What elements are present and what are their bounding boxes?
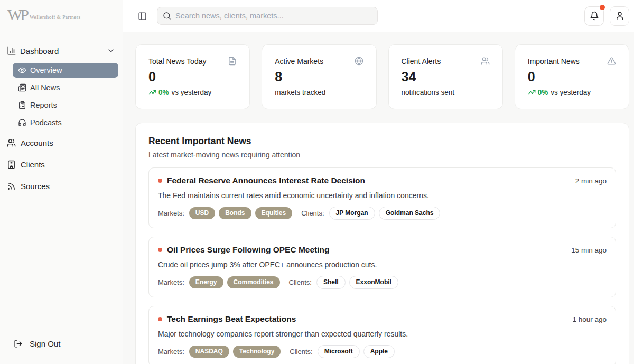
brand-logo: WP (7, 7, 27, 23)
eye-icon (18, 66, 26, 74)
recent-news-section: Recent Important News Latest market-movi… (135, 123, 629, 364)
market-tag: USD (189, 207, 215, 219)
stat-value: 8 (275, 70, 363, 85)
trend-value: 0% (158, 88, 169, 96)
news-tags: Markets: NASDAQ Technology Clients: Micr… (158, 345, 607, 358)
user-icon (615, 11, 624, 21)
client-tag: ExxonMobil (349, 276, 398, 289)
trending-up-icon (148, 88, 156, 96)
search-icon (163, 12, 171, 20)
sidebar-item-label: Accounts (21, 138, 53, 147)
sidebar-item-overview[interactable]: Overview (13, 63, 118, 78)
news-timestamp: 15 min ago (571, 246, 607, 254)
stat-value: 0 (528, 70, 616, 85)
news-title: Oil Prices Surge Following OPEC Meeting (167, 245, 329, 255)
log-out-icon (14, 339, 23, 348)
alert-triangle-icon (607, 57, 616, 66)
section-subtitle: Latest market-moving news requiring atte… (148, 151, 616, 159)
sidebar-main-nav: Accounts Clients Sources (4, 135, 118, 194)
clipboard-icon (18, 101, 26, 109)
market-tag: Bonds (219, 207, 251, 219)
search-input[interactable] (175, 12, 372, 20)
news-tags: Markets: USD Bonds Equities Clients: JP … (158, 207, 607, 220)
notification-dot (600, 5, 605, 10)
market-tag: Technology (233, 346, 281, 358)
search-box (157, 7, 378, 25)
brand-name: Wellershoff & Partners (30, 15, 81, 20)
stat-title: Client Alerts (402, 57, 441, 66)
stat-card-total-news: Total News Today 0 0% vs yesterday (135, 44, 250, 109)
users-icon (7, 138, 16, 147)
client-tag: Microsoft (318, 345, 360, 358)
client-tag: Shell (316, 276, 346, 289)
market-tag: Commodities (227, 276, 280, 288)
alert-dot-icon (158, 317, 162, 321)
client-tag: Apple (363, 345, 395, 358)
brand: WP Wellershoff & Partners (0, 0, 123, 30)
building-icon (7, 160, 16, 169)
sidebar-group-dashboard[interactable]: Dashboard (4, 43, 118, 59)
trend-indicator: 0% (528, 88, 548, 96)
alert-dot-icon (158, 248, 162, 252)
news-card[interactable]: Federal Reserve Announces Interest Rate … (148, 167, 616, 228)
stat-title: Total News Today (148, 57, 206, 66)
topbar-actions (584, 6, 629, 26)
sidebar: WP Wellershoff & Partners Dashboard Over… (0, 0, 123, 364)
stat-value: 0 (148, 70, 237, 85)
market-tag: Energy (189, 276, 223, 288)
dashboard-subnav: Overview All News Reports Podcasts (13, 63, 118, 130)
market-tag: NASDAQ (189, 346, 229, 358)
sidebar-item-all-news[interactable]: All News (13, 80, 118, 95)
stat-card-client-alerts: Client Alerts 34 notifications sent (388, 44, 503, 109)
stat-card-important-news: Important News 0 0% vs yesterday (515, 44, 629, 109)
users-icon (481, 57, 490, 66)
alert-dot-icon (158, 179, 162, 183)
stat-title: Active Markets (275, 57, 323, 66)
sidebar-item-label: Sources (21, 182, 50, 191)
news-timestamp: 1 hour ago (572, 315, 607, 323)
sidebar-toggle-button[interactable] (138, 12, 147, 21)
sidebar-item-label: Podcasts (30, 118, 62, 127)
news-title: Tech Earnings Beat Expectations (167, 314, 296, 324)
clients-label: Clients: (289, 278, 312, 286)
stats-row: Total News Today 0 0% vs yesterday (135, 44, 629, 109)
sidebar-item-label: Clients (21, 160, 45, 169)
sidebar-item-clients[interactable]: Clients (4, 157, 118, 172)
sidebar-item-label: Overview (30, 66, 62, 74)
stat-suffix: notifications sent (402, 88, 455, 96)
trend-indicator: 0% (148, 88, 169, 96)
newspaper-icon (18, 83, 26, 92)
news-description: The Fed maintains current rates amid eco… (158, 191, 607, 200)
trend-value: 0% (538, 88, 548, 96)
news-description: Major technology companies report strong… (158, 330, 607, 338)
client-tag: JP Morgan (329, 207, 375, 220)
chevron-down-icon (107, 46, 115, 55)
sidebar-nav: Dashboard Overview All News (0, 30, 123, 326)
clients-label: Clients: (290, 348, 312, 356)
sidebar-item-sources[interactable]: Sources (4, 179, 118, 194)
news-card[interactable]: Tech Earnings Beat Expectations 1 hour a… (148, 306, 616, 364)
stat-value: 34 (402, 70, 490, 85)
sidebar-item-label: Reports (30, 101, 57, 109)
stat-suffix: vs yesterday (172, 88, 212, 96)
markets-label: Markets: (158, 348, 184, 356)
sidebar-item-reports[interactable]: Reports (13, 98, 118, 113)
news-description: Crude oil prices jump 3% after OPEC+ ann… (158, 260, 607, 269)
markets-label: Markets: (158, 209, 184, 217)
trending-up-icon (528, 88, 536, 96)
market-tag: Equities (255, 207, 293, 219)
sidebar-item-accounts[interactable]: Accounts (4, 135, 118, 151)
rss-icon (7, 182, 16, 191)
sidebar-item-podcasts[interactable]: Podcasts (13, 115, 118, 130)
stat-suffix: markets tracked (275, 88, 325, 96)
sidebar-footer: Sign Out (0, 326, 123, 364)
sign-out-button[interactable]: Sign Out (8, 334, 114, 353)
clients-label: Clients: (301, 209, 324, 217)
globe-icon (355, 57, 363, 66)
notifications-button[interactable] (584, 6, 604, 26)
headphones-icon (18, 118, 26, 127)
user-menu-button[interactable] (610, 6, 629, 26)
news-card[interactable]: Oil Prices Surge Following OPEC Meeting … (148, 237, 616, 297)
topbar (123, 0, 634, 32)
news-tags: Markets: Energy Commodities Clients: She… (158, 276, 607, 289)
